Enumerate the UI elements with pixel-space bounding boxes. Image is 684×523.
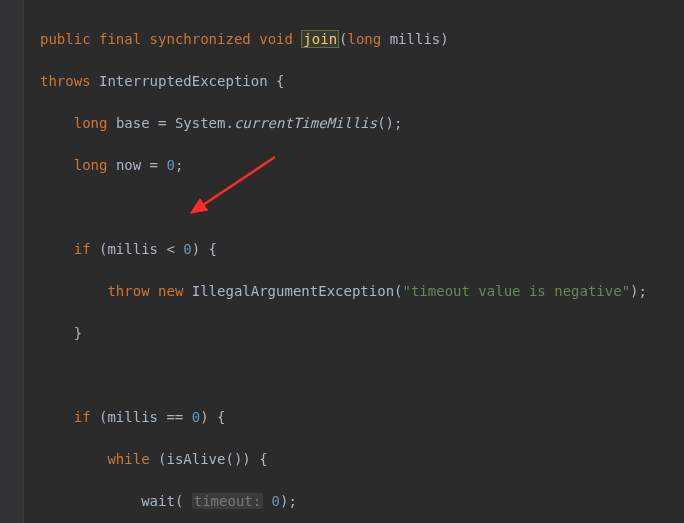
code-editor[interactable]: public final synchronized void join(long…: [0, 0, 684, 523]
cursor-highlight: join: [301, 30, 339, 48]
code-line: while (isAlive()) {: [40, 449, 684, 470]
code-line: if (millis < 0) {: [40, 239, 684, 260]
code-line: public final synchronized void join(long…: [40, 29, 684, 50]
code-line: throws InterruptedException {: [40, 71, 684, 92]
inline-hint: timeout:: [192, 493, 263, 509]
code-line: if (millis == 0) {: [40, 407, 684, 428]
code-line: [40, 197, 684, 218]
code-line: wait( timeout: 0);: [40, 491, 684, 512]
code-line: long now = 0;: [40, 155, 684, 176]
code-line: [40, 365, 684, 386]
code-line: long base = System.currentTimeMillis();: [40, 113, 684, 134]
code-line: throw new IllegalArgumentException("time…: [40, 281, 684, 302]
code-block: public final synchronized void join(long…: [30, 8, 684, 523]
code-line: }: [40, 323, 684, 344]
